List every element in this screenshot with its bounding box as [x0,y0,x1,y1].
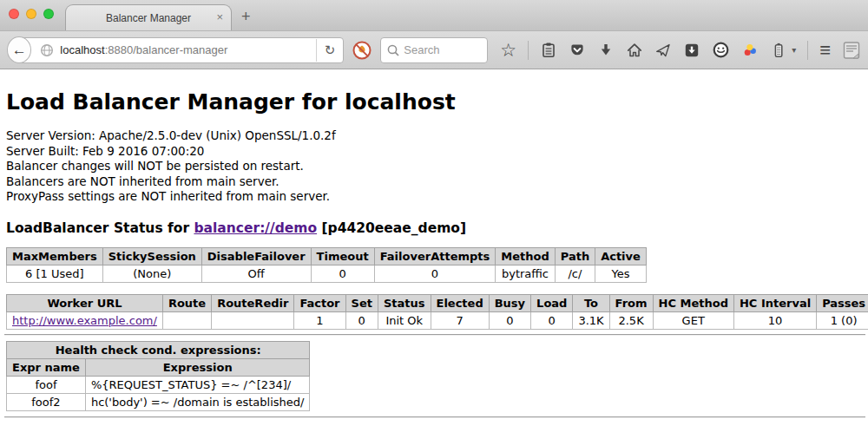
cell-route [162,311,211,329]
status-prefix: LoadBalancer Status for [6,220,194,236]
search-input[interactable] [404,43,482,56]
cell-elected: 7 [431,311,489,329]
cell-timeout: 0 [311,265,374,282]
search-bar[interactable] [380,37,488,63]
cell-hc-method: GET [653,311,733,329]
health-table-title: Health check cond. expressions: [7,341,310,358]
col-failoverattempts: FailoverAttempts [374,247,496,265]
col-from: From [609,294,653,311]
cell-active: Yes [595,265,647,282]
worker-status-table: Worker URL Route RouteRedir Factor Set S… [6,294,868,330]
cell-hc-interval: 10 [733,311,816,329]
col-method: Method [496,247,555,265]
divider [4,416,865,418]
col-maxmembers: MaxMembers [7,247,103,265]
clipboard-icon[interactable] [540,42,557,59]
reload-icon: ↻ [325,43,336,57]
zoom-window-button[interactable] [43,9,54,19]
balancer-settings-table: MaxMembers StickySession DisableFailover… [6,247,647,283]
cell-expr-name: foof [7,376,86,393]
server-built-line: Server Built: Feb 9 2016 07:00:20 [6,144,868,160]
col-factor: Factor [294,294,345,311]
inherit-note-line: Balancers are NOT inherited from main se… [6,174,868,190]
health-check-table: Health check cond. expressions: Expr nam… [6,341,310,411]
col-expression: Expression [85,358,310,376]
cell-maxmembers: 6 [1 Used] [7,265,103,282]
col-status: Status [378,294,431,311]
page-title: Load Balancer Manager for localhost [6,89,868,115]
loadbalancer-status-heading: LoadBalancer Status for balancer://demo … [6,220,868,236]
cell-method: bytraffic [496,265,555,282]
cell-busy: 0 [489,311,530,329]
close-window-button[interactable] [9,9,19,19]
balancer-demo-link[interactable]: balancer://demo [194,220,317,236]
cell-set: 0 [345,311,378,329]
battery-icon[interactable] [770,42,787,59]
cell-status: Init Ok [378,311,431,329]
cell-passes: 1 (0) [817,311,868,329]
globe-icon [40,43,54,57]
chevron-down-icon[interactable]: ▾ [792,45,796,55]
col-load: Load [531,294,573,311]
url-path: :8880/balancer-manager [105,43,228,56]
cell-expression: %{REQUEST_STATUS} =~ /^[234]/ [85,376,310,393]
send-tab-icon[interactable] [654,42,672,59]
navigation-toolbar: ← localhost:8880/balancer-manager ↻ [0,30,868,69]
url-bar[interactable]: localhost:8880/balancer-manager ↻ [18,37,344,63]
persist-note-line: Balancer changes will NOT be persisted o… [6,159,868,174]
video-download-icon[interactable] [683,42,700,59]
tab-title: Balancer Manager [106,12,191,24]
pages-icon[interactable] [842,41,861,60]
col-worker-url: Worker URL [7,294,163,311]
back-icon: ← [12,42,27,59]
url-text[interactable]: localhost:8880/balancer-manager [60,43,315,56]
colored-dots-icon[interactable] [741,42,759,59]
col-active: Active [595,247,647,265]
col-to: To [573,294,609,311]
smiley-icon[interactable] [712,41,730,59]
cell-expression: hc('body') =~ /domain is established/ [85,393,310,410]
proxypass-note-line: ProxyPass settings are NOT inherited fro… [6,189,868,205]
hamburger-menu-icon[interactable]: ≡ [819,42,831,59]
cell-worker-url: http://www.example.com/ [7,311,163,329]
table-row: foof %{REQUEST_STATUS} =~ /^[234]/ [7,376,310,393]
cell-factor: 1 [294,311,345,329]
worker-url-link[interactable]: http://www.example.com/ [12,314,157,327]
cell-from: 2.5K [609,311,653,329]
table-row: foof2 hc('body') =~ /domain is establish… [7,393,310,410]
home-icon[interactable] [626,42,643,59]
server-version-line: Server Version: Apache/2.5.0-dev (Unix) … [6,128,868,144]
col-expr-name: Expr name [7,358,86,376]
cell-path: /c/ [555,265,595,282]
minimize-window-button[interactable] [26,9,36,19]
divider [4,334,865,336]
new-tab-button[interactable]: + [241,8,251,26]
col-stickysession: StickySession [102,247,201,265]
toolbar-separator [528,41,529,60]
col-timeout: Timeout [311,247,374,265]
cell-load: 0 [531,311,573,329]
bookmark-star-icon[interactable]: ☆ [500,42,516,59]
download-icon[interactable] [597,42,615,59]
table-title-row: Health check cond. expressions: [7,341,310,358]
col-disablefailover: DisableFailover [201,247,311,265]
col-set: Set [345,294,378,311]
toolbar-separator [807,41,808,60]
col-path: Path [555,247,595,265]
page-content: Load Balancer Manager for localhost Serv… [0,69,868,418]
search-icon [386,43,400,57]
col-route: Route [162,294,211,311]
tab-balancer-manager[interactable]: Balancer Manager × [65,4,232,30]
table-header-row: Expr name Expression [7,358,310,376]
plugin-blocked-button[interactable] [352,40,372,61]
table-row: 6 [1 Used] (None) Off 0 0 bytraffic /c/ … [7,265,647,282]
col-routeredir: RouteRedir [212,294,294,311]
reload-button[interactable]: ↻ [316,39,344,62]
cell-failoverattempts: 0 [374,265,496,282]
status-suffix: [p4420eeae_demo] [317,220,466,236]
close-tab-icon[interactable]: × [216,11,223,23]
cell-routeredir [212,311,294,329]
table-header-row: MaxMembers StickySession DisableFailover… [7,247,647,265]
table-header-row: Worker URL Route RouteRedir Factor Set S… [7,294,868,311]
pocket-icon[interactable] [569,42,586,59]
